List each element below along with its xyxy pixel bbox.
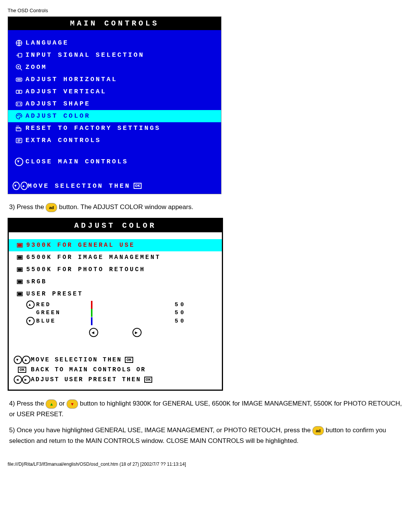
color-label: 6500K FOR IMAGE MANAGEMENT — [26, 252, 161, 263]
svg-point-8 — [20, 115, 21, 116]
right-icon: ▶ — [132, 328, 142, 337]
up-button-icon — [46, 399, 57, 409]
preset-green[interactable]: GREEN 50 — [9, 309, 222, 316]
factory-icon — [13, 125, 25, 132]
menu-label: INPUT SIGNAL SELECTION — [25, 50, 144, 61]
menu-item-reset[interactable]: RESET TO FACTORY SETTINGS — [8, 122, 221, 134]
preset-icon — [13, 254, 26, 261]
step-3: 3) Press the ad button. The ADJUST COLOR… — [9, 202, 402, 212]
hint2: BACK TO MAIN CONTROLS OR — [31, 366, 146, 373]
step-5: 5) Once you have highlighted GENERAL USE… — [9, 425, 402, 446]
step3-suffix: button. The ADJUST COLOR window appears. — [59, 203, 193, 211]
menu-item-shape[interactable]: ADJUST SHAPE — [8, 98, 221, 110]
adjust-color-window: ADJUST COLOR 9300K FOR GENERAL USE 6500K… — [8, 218, 223, 391]
menu-item-input[interactable]: INPUT SIGNAL SELECTION — [8, 49, 221, 61]
ok-icon: OK — [13, 367, 31, 373]
leftright-icon: ◀▶ — [13, 375, 31, 384]
preset-icon — [13, 266, 26, 273]
hint3: ADJUST USER PRESET THEN — [31, 376, 141, 383]
menu-label: ZOOM — [25, 62, 47, 73]
footer-path: file:///D|/Rita/LF3/lf3manual/english/OS… — [8, 462, 403, 467]
svg-rect-13 — [18, 257, 21, 259]
preset-icon — [13, 241, 26, 249]
zoom-icon — [13, 64, 25, 71]
menu-item-close[interactable]: ▼ CLOSE MAIN CONTROLS — [8, 156, 221, 168]
menu-label: ADJUST SHAPE — [25, 99, 90, 109]
step3-prefix: 3) Press the — [9, 203, 46, 211]
menu-label: RESET TO FACTORY SETTINGS — [25, 123, 161, 134]
updown-icon: ▼▲ — [13, 182, 28, 190]
ok-icon: OK — [134, 183, 142, 189]
left-icon: ◀ — [89, 328, 98, 337]
ok-icon: OK — [144, 377, 152, 383]
adjust-color-hints: ▼▲ MOVE SELECTION THEN OK OK BACK TO MAI… — [9, 352, 222, 390]
step-4: 4) Press the or button to highlight 9300… — [9, 398, 402, 420]
red-value: 50 — [163, 302, 195, 308]
main-controls-title: MAIN CONTROLS — [8, 17, 221, 30]
color-label: USER PRESET — [26, 289, 83, 299]
page-header: The OSD Controls — [8, 8, 403, 13]
up-icon: ▲ — [26, 300, 35, 309]
color-item-6500k[interactable]: 6500K FOR IMAGE MANAGEMENT — [9, 251, 222, 264]
blue-value: 50 — [163, 318, 195, 324]
main-controls-window: MAIN CONTROLS LANGUAGE INPUT SIGNAL SELE… — [8, 16, 221, 194]
svg-rect-5 — [16, 102, 22, 106]
color-item-9300k[interactable]: 9300K FOR GENERAL USE — [9, 239, 222, 251]
list-icon — [13, 137, 25, 144]
preset-icon — [13, 278, 26, 286]
menu-label: LANGUAGE — [25, 38, 69, 48]
ok-icon: OK — [125, 357, 133, 363]
svg-rect-11 — [18, 244, 21, 246]
menu-item-extra[interactable]: EXTRA CONTROLS — [8, 134, 221, 147]
step4-mid: or — [59, 400, 67, 407]
svg-rect-19 — [18, 293, 21, 295]
menu-label: ADJUST HORIZONTAL — [25, 74, 117, 85]
color-label: 5500K FOR PHOTO RETOUCH — [26, 264, 145, 275]
main-controls-hint: ▼▲ MOVE SELECTION THEN OK — [8, 178, 221, 194]
hint-text: MOVE SELECTION THEN — [28, 182, 131, 190]
preset-icon — [13, 290, 26, 298]
svg-point-7 — [19, 114, 19, 115]
svg-rect-17 — [18, 281, 21, 283]
menu-label: ADJUST VERTICAL — [25, 86, 107, 97]
svg-rect-15 — [18, 269, 21, 271]
preset-red[interactable]: ▲RED 50 — [9, 300, 222, 309]
menu-label: EXTRA CONTROLS — [25, 135, 101, 146]
shape-icon — [13, 100, 25, 108]
left-right-icons: ◀ ▶ — [9, 326, 222, 341]
menu-item-vertical[interactable]: ADJUST VERTICAL — [8, 86, 221, 98]
red-bar — [91, 301, 92, 309]
blue-bar — [91, 317, 92, 325]
green-value: 50 — [163, 310, 195, 316]
green-label: GREEN — [36, 310, 61, 316]
close-icon: ▼ — [13, 158, 25, 166]
step4-prefix: 4) Press the — [9, 400, 46, 407]
palette-icon — [13, 112, 25, 120]
globe-icon — [13, 39, 25, 47]
menu-item-color[interactable]: ADJUST COLOR — [8, 110, 221, 122]
green-bar — [91, 309, 92, 317]
color-label: sRGB — [26, 276, 47, 287]
color-label: 9300K FOR GENERAL USE — [26, 240, 135, 251]
horizontal-icon — [13, 76, 25, 83]
down-icon: ▼ — [26, 317, 35, 325]
down-button-icon — [67, 399, 78, 409]
menu-item-zoom[interactable]: ZOOM — [8, 61, 221, 73]
color-item-5500k[interactable]: 5500K FOR PHOTO RETOUCH — [9, 264, 222, 276]
ok-button-icon: ad — [312, 426, 324, 435]
menu-item-horizontal[interactable]: ADJUST HORIZONTAL — [8, 73, 221, 86]
color-item-srgb[interactable]: sRGB — [9, 276, 222, 288]
red-label: RED — [36, 302, 51, 308]
hint1: MOVE SELECTION THEN — [31, 356, 122, 363]
svg-point-6 — [18, 115, 18, 116]
menu-item-language[interactable]: LANGUAGE — [8, 37, 221, 49]
ok-button-icon: ad — [46, 203, 57, 212]
adjust-color-title: ADJUST COLOR — [9, 219, 222, 232]
blue-label: BLUE — [36, 318, 56, 324]
input-icon — [13, 51, 25, 59]
updown-icon: ▼▲ — [13, 356, 31, 364]
color-item-user[interactable]: USER PRESET — [9, 288, 222, 300]
step5-prefix: 5) Once you have highlighted GENERAL USE… — [9, 427, 312, 434]
menu-label: ADJUST COLOR — [25, 111, 90, 121]
preset-blue[interactable]: ▼BLUE 50 — [9, 316, 222, 326]
